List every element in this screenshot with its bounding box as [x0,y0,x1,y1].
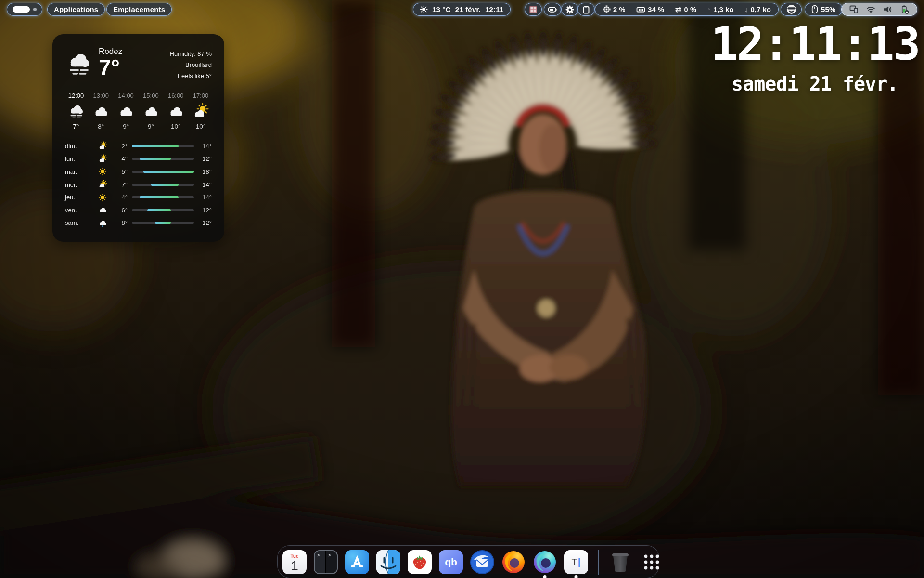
dock-item-terminal[interactable]: >_ >_ [314,550,338,574]
memory-value: 34 % [648,6,664,13]
daily-forecast-row: lun.4°12° [65,153,212,166]
weather-details: Humidity: 87 % Brouillard Feels like 5° [170,48,212,81]
window-indicator-button[interactable] [525,3,542,16]
hour-label: 16:00 [165,92,187,99]
battery-icon [900,5,909,14]
day-label: mar. [65,168,86,175]
dock-item-firefox-nightly[interactable] [533,550,557,574]
hour-temperature: 10° [190,123,212,130]
temperature-range-bar [132,196,194,198]
hour-temperature: 9° [140,123,162,130]
clipboard-button[interactable] [578,3,595,16]
dock-item-trash[interactable] [608,550,632,574]
mouse-battery-value: 55% [821,5,836,13]
day-low-temp: 4° [107,155,128,162]
cloud-icon [167,103,185,120]
chip-icon [603,5,611,13]
temperature-range-bar [132,222,194,224]
terminal-pane-left: >_ [315,551,326,573]
clock-weather-pill[interactable]: 13 °C 21 févr. 12:11 [413,3,511,16]
dock-item-text-editor[interactable]: T | [564,550,588,574]
firefox-nightly-icon [533,550,557,574]
day-low-temp: 4° [107,194,128,201]
calendar-day: 1 [291,559,298,573]
mouse-icon [811,5,818,14]
ram-icon [636,6,645,13]
dock-item-app-store[interactable] [345,550,369,574]
workspace-dot [33,8,37,11]
desktop-clock: 12:11:13 samedi 21 févr. [710,21,919,95]
day-label: ven. [65,207,86,214]
battery-indicator-button[interactable] [544,3,561,16]
daily-forecast-row: mar.5°18° [65,165,212,178]
upload-rate: ↑ 1,3 ko [707,6,734,13]
day-high-temp: 14° [198,194,212,201]
dock-item-thunderbird[interactable] [470,550,494,574]
dock-item-calendar[interactable]: Tue 1 [282,550,307,574]
desktop-clock-date: samedi 21 févr. [710,73,919,95]
dock-item-firefox[interactable] [501,550,526,574]
hour-label: 14:00 [115,92,137,99]
hour-temperature: 9° [115,123,137,130]
hour-temperature: 7° [65,123,87,130]
day-low-temp: 2° [107,143,128,150]
trash-icon [610,552,630,573]
qbittorrent-label: qb [445,556,457,568]
hourly-forecast-column: 12:007° [65,92,87,130]
hour-label: 17:00 [190,92,212,99]
places-label: Emplacements [113,5,165,13]
day-low-temp: 6° [107,207,128,214]
upload-value: 1,3 ko [713,6,733,13]
clipboard-icon [582,5,590,14]
temperature-range-bar [132,158,194,160]
day-high-temp: 18° [198,168,212,175]
daily-forecast-row: jeu.4°14° [65,191,212,204]
settings-button[interactable] [561,3,578,16]
places-menu-button[interactable]: Emplacements [106,3,172,16]
app-grid-icon [642,552,661,572]
upload-arrow-icon: ↑ [707,6,711,13]
finder-icon [376,550,400,574]
day-low-temp: 5° [107,168,128,175]
system-monitor-pill[interactable]: 2 % 34 % ⇄ 0 % ↑ 1,3 ko ↓ 0,7 ko [595,3,779,16]
cloud-icon [98,205,107,215]
day-label: jeu. [65,194,86,201]
daily-forecast: dim.2°14°lun.4°12°mar.5°18°mer.7°14°jeu.… [65,140,212,229]
window-icon [529,5,538,14]
day-high-temp: 12° [198,155,212,162]
workspace-indicator[interactable] [7,3,42,16]
hourly-forecast-column: 13:008° [90,92,112,130]
fog-weather-icon [65,50,93,78]
screen-mirror-icon [849,5,859,13]
day-label: lun. [65,155,86,162]
day-low-temp: 8° [107,219,128,226]
cpu-usage: 2 % [603,5,626,13]
hour-label: 12:00 [65,92,87,99]
firefox-icon [501,550,526,574]
emoji-menu-button[interactable] [781,3,802,16]
panel-time: 12:11 [485,5,504,13]
net-arrows-icon: ⇄ [675,5,682,14]
dock-item-strawberry[interactable] [408,550,432,574]
dock-item-qbittorrent[interactable]: qb [439,550,463,574]
daily-forecast-row: mer.7°14° [65,178,212,191]
mouse-battery-pill[interactable]: 55% [805,3,843,16]
day-label: dim. [65,143,86,150]
desktop-clock-time: 12:11:13 [710,21,919,67]
day-high-temp: 12° [198,207,212,214]
panel-date: 21 févr. [455,5,481,13]
applications-menu-button[interactable]: Applications [47,3,105,16]
hour-label: 13:00 [90,92,112,99]
weather-header: Rodez 7° Humidity: 87 % Brouillard Feels… [65,47,212,81]
quick-settings-pill[interactable] [841,3,917,16]
volume-icon [883,5,892,13]
dock-item-app-grid[interactable] [640,550,664,574]
memory-usage: 34 % [636,6,664,13]
hourly-forecast: 12:007°13:008°14:009°15:009°16:0010°17:0… [65,92,212,130]
thunderbird-icon [470,550,494,574]
day-high-temp: 14° [198,143,212,150]
sun-cloud-icon [98,141,107,151]
dock-item-finder[interactable] [376,550,400,574]
hourly-forecast-column: 14:009° [115,92,137,130]
cloud-rain-icon [98,218,107,228]
